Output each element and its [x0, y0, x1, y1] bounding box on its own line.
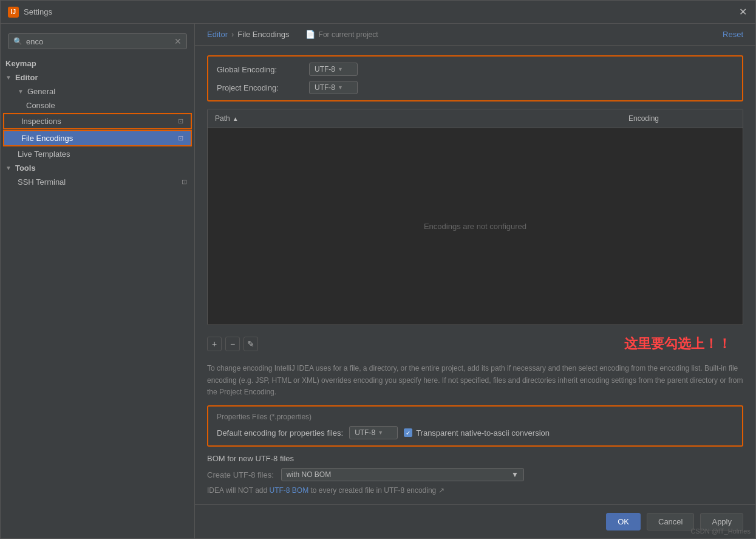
project-icon: 📄 — [305, 30, 315, 39]
path-column-header[interactable]: Path ▲ — [208, 112, 621, 125]
sidebar-inspections-label: Inspections — [21, 117, 61, 126]
sidebar-item-inspections[interactable]: Inspections ⊡ — [3, 113, 192, 129]
sidebar: 🔍 ✕ Keymap ▼ Editor ▼ General Console — [1, 24, 195, 538]
checkbox-icon — [404, 428, 412, 437]
sidebar-editor-label: Editor — [15, 73, 38, 82]
create-utf8-label: Create UTF-8 files: — [207, 470, 274, 479]
chevron-down-icon-global: ▼ — [338, 66, 343, 72]
chevron-down-icon-project: ▼ — [338, 84, 343, 91]
chevron-down-icon-general: ▼ — [18, 88, 24, 95]
search-icon: 🔍 — [13, 37, 22, 46]
search-box[interactable]: 🔍 ✕ — [8, 33, 187, 49]
bom-section: BOM for new UTF-8 files Create UTF-8 fil… — [207, 454, 743, 495]
breadcrumb-separator: › — [231, 30, 234, 39]
ssh-icon: ⊡ — [182, 178, 187, 186]
sidebar-ssh-label: SSH Terminal — [18, 177, 66, 187]
sidebar-item-live-templates[interactable]: Live Templates — [1, 147, 194, 161]
properties-encoding-select[interactable]: UTF-8 ▼ — [349, 426, 398, 439]
breadcrumb-left: Editor › File Encodings 📄 For current pr… — [207, 30, 378, 39]
checkbox-label: Transparent native-to-ascii conversion — [416, 428, 550, 438]
global-encoding-select[interactable]: UTF-8 ▼ — [309, 63, 358, 76]
global-encoding-value: UTF-8 — [315, 65, 335, 74]
sidebar-item-ssh-terminal[interactable]: SSH Terminal ⊡ — [1, 175, 194, 189]
close-button[interactable]: ✕ — [737, 7, 748, 18]
file-encodings-icon: ⊡ — [178, 134, 183, 142]
reset-link[interactable]: Reset — [723, 30, 743, 39]
project-encoding-row: Project Encoding: UTF-8 ▼ — [217, 81, 734, 94]
breadcrumb-current: File Encodings — [237, 30, 289, 39]
sidebar-file-encodings-label: File Encodings — [21, 134, 73, 143]
bom-hint: IDEA will NOT add UTF-8 BOM to every cre… — [207, 486, 743, 495]
sidebar-item-tools[interactable]: ▼ Tools — [1, 161, 194, 175]
bom-hint-prefix: IDEA will NOT add — [207, 486, 269, 495]
edit-button[interactable]: ✎ — [243, 337, 258, 351]
hint-text: To change encoding IntelliJ IDEA uses fo… — [207, 363, 743, 398]
properties-encoding-value: UTF-8 — [355, 428, 375, 437]
encoding-column-header[interactable]: Encoding — [621, 112, 743, 125]
properties-row: Default encoding for properties files: U… — [217, 426, 734, 439]
bom-row: Create UTF-8 files: with NO BOM ▼ — [207, 468, 743, 481]
content-area: 🔍 ✕ Keymap ▼ Editor ▼ General Console — [1, 24, 755, 538]
bom-value: with NO BOM — [287, 470, 331, 479]
panel-body: Global Encoding: UTF-8 ▼ Project Encodin… — [195, 46, 755, 504]
project-encoding-select[interactable]: UTF-8 ▼ — [309, 81, 358, 94]
breadcrumb-editor[interactable]: Editor — [207, 30, 228, 39]
sort-asc-icon: ▲ — [233, 115, 239, 122]
global-encoding-label: Global Encoding: — [217, 65, 302, 74]
project-encoding-label: Project Encoding: — [217, 83, 302, 92]
app-icon: IJ — [8, 7, 19, 18]
properties-default-label: Default encoding for properties files: — [217, 428, 343, 438]
properties-box: Properties Files (*.properties) Default … — [207, 405, 743, 447]
title-bar: IJ Settings ✕ — [1, 1, 755, 24]
properties-title: Properties Files (*.properties) — [217, 413, 734, 421]
sidebar-live-templates-label: Live Templates — [18, 149, 70, 159]
watermark: CSDN @IT_Holmes — [690, 527, 751, 535]
sidebar-item-keymap[interactable]: Keymap — [1, 57, 194, 70]
sidebar-console-label: Console — [26, 101, 55, 110]
global-encoding-row: Global Encoding: UTF-8 ▼ — [217, 63, 734, 76]
sidebar-item-general[interactable]: ▼ General — [1, 84, 194, 98]
file-table-body: Encodings are not configured — [208, 128, 743, 324]
breadcrumb-project-label: For current project — [319, 30, 378, 39]
sidebar-general-label: General — [27, 87, 55, 96]
project-encoding-value: UTF-8 — [315, 83, 335, 92]
remove-button[interactable]: − — [225, 337, 240, 351]
transparent-conversion-checkbox[interactable]: Transparent native-to-ascii conversion — [404, 428, 550, 438]
bom-title: BOM for new UTF-8 files — [207, 454, 743, 463]
annotation-text: 这里要勾选上！！ — [624, 335, 731, 353]
ok-button[interactable]: OK — [606, 513, 641, 530]
sidebar-item-console[interactable]: Console — [1, 98, 194, 112]
chevron-down-icon-properties: ▼ — [378, 430, 383, 436]
search-input[interactable] — [26, 37, 174, 46]
chevron-down-icon-tools: ▼ — [5, 165, 12, 171]
file-table-header: Path ▲ Encoding — [208, 109, 743, 128]
inspections-icon: ⊡ — [178, 117, 183, 125]
sidebar-item-file-encodings[interactable]: File Encodings ⊡ — [3, 130, 192, 146]
bom-select[interactable]: with NO BOM ▼ — [281, 468, 524, 481]
file-table: Path ▲ Encoding Encodings are not config… — [207, 109, 743, 325]
chevron-down-icon: ▼ — [5, 74, 12, 81]
encoding-box: Global Encoding: UTF-8 ▼ Project Encodin… — [207, 55, 743, 101]
bom-hint-link[interactable]: UTF-8 BOM — [269, 486, 308, 495]
toolbar-row: + − ✎ 这里要勾选上！！ — [207, 332, 743, 355]
add-button[interactable]: + — [207, 337, 222, 351]
main-content: Editor › File Encodings 📄 For current pr… — [195, 24, 755, 538]
settings-window: IJ Settings ✕ 🔍 ✕ Keymap ▼ Editor — [0, 0, 756, 539]
breadcrumb: Editor › File Encodings 📄 For current pr… — [195, 24, 755, 46]
empty-text: Encodings are not configured — [424, 222, 526, 231]
window-title: Settings — [24, 7, 737, 16]
cancel-button[interactable]: Cancel — [647, 513, 694, 530]
sidebar-item-editor[interactable]: ▼ Editor — [1, 70, 194, 84]
chevron-down-icon-bom: ▼ — [511, 470, 519, 479]
sidebar-keymap-label: Keymap — [5, 59, 36, 68]
sidebar-tools-label: Tools — [15, 163, 36, 173]
search-clear-icon[interactable]: ✕ — [174, 36, 182, 46]
bom-hint-suffix: to every created file in UTF-8 encoding … — [311, 486, 444, 495]
footer: OK Cancel Apply — [195, 504, 755, 538]
